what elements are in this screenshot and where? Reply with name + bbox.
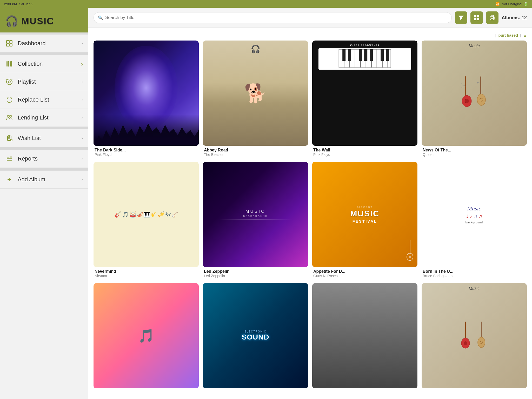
album-art-dark-side [94,41,199,146]
album-title-the-wall: The Wall [313,148,416,152]
status-bar: 2:33 PM Sat Jan 2 📶 Not Charging 🔋 [0,0,532,8]
lending-list-label: Lending List [18,114,77,121]
svg-rect-5 [8,61,9,66]
piano-text: Piano background [350,43,380,46]
album-info-the-wall: The Wall Pink Floyd [312,146,417,158]
svg-point-12 [7,115,9,117]
album-card-news[interactable]: Music [422,41,527,158]
sort-arrow-up[interactable]: ▲ [523,33,527,37]
album-info-row3-3 [312,388,417,391]
album-art-abbey-road: 🐕 🎧 [203,41,308,146]
album-info-dark-side: The Dark Side... Pink Floyd [94,146,199,158]
sidebar-item-lending-list[interactable]: Lending List › [0,109,88,127]
divider-2 [0,127,88,129]
album-card-row3-2[interactable]: ELECTRONIC SOUND [203,283,308,391]
svg-rect-55 [480,76,481,96]
svg-point-62 [409,256,411,258]
svg-line-52 [461,84,465,84]
status-right: 📶 Not Charging 🔋 [495,2,528,6]
album-card-the-wall[interactable]: Piano background [312,41,417,158]
divider-1 [0,52,88,55]
svg-rect-23 [10,156,12,158]
svg-line-59 [477,84,480,84]
svg-rect-48 [386,49,389,61]
wifi-icon: 📶 [495,2,500,6]
battery-label: Not Charging [502,2,522,6]
svg-point-51 [465,99,469,103]
battery-icon: 🔋 [524,2,528,6]
svg-rect-1 [10,41,12,43]
add-album-chevron: › [82,177,83,182]
main-content: 🔍 Albums: [88,8,532,399]
album-art-row3-3 [312,283,417,388]
sort-active-label[interactable]: purchased [498,33,518,37]
album-card-abbey-road[interactable]: 🐕 🎧 Abbey Road The Beatles [203,41,308,158]
svg-rect-24 [474,15,476,17]
reports-chevron: › [82,156,83,161]
svg-rect-47 [381,49,384,61]
album-card-row3-3[interactable] [312,283,417,391]
sidebar-item-wish-list[interactable]: ★ Wish List › [0,129,88,147]
album-artist-dark-side: Pink Floyd [95,152,198,157]
svg-rect-44 [359,49,362,61]
album-info-news: News Of The... Queen [422,146,527,158]
album-card-led-zeppelin[interactable]: MUSIC BACKGROUND Led Zeppelin Led Zeppel… [203,162,308,279]
album-art-born: Music ♩ ♪ ♫ ♬ background [422,162,527,267]
svg-point-13 [10,115,12,117]
collection-label: Collection [18,61,77,67]
svg-rect-63 [465,322,466,340]
lending-list-chevron: › [82,115,83,120]
album-title-born: Born In The U... [423,269,526,274]
album-card-born[interactable]: Music ♩ ♪ ♫ ♬ background Born In The U..… [422,162,527,279]
sidebar-item-playlist[interactable]: Playlist › [0,73,88,91]
reports-label: Reports [18,155,77,162]
search-input[interactable] [105,15,447,20]
album-artist-born: Bruce Springsteen [423,274,526,278]
svg-line-54 [461,87,466,87]
sort-bar: | purchased | ▲ [94,30,527,41]
album-info-abbey-road: Abbey Road The Beatles [203,146,308,158]
album-artist-nevermind: Nirvana [95,274,198,278]
collection-chevron: › [81,61,83,67]
lending-list-icon [5,114,14,122]
sort-prefix: | [495,33,496,37]
album-art-the-wall: Piano background [312,41,417,146]
divider-3 [0,147,88,150]
album-card-nevermind[interactable]: 🎸 🎵 🥁 🎻 🎹 🎷 🎺 🎶 🪕 Nevermind Nirvana [94,162,199,279]
add-album-label: Add Album [18,176,77,183]
sidebar-item-dashboard[interactable]: Dashboard › [0,35,88,52]
svg-rect-66 [481,322,482,339]
grid-view-button[interactable] [470,11,483,24]
filter-button[interactable] [455,11,467,24]
svg-rect-60 [410,240,410,254]
sidebar-item-reports[interactable]: Reports › [0,150,88,168]
svg-rect-26 [474,18,476,20]
sidebar-item-replace-list[interactable]: Replace List › [0,91,88,109]
svg-marker-10 [6,98,8,99]
sidebar-divider-top [0,32,88,35]
dashboard-chevron: › [82,41,83,46]
svg-rect-45 [364,49,367,61]
album-title-led-zeppelin: Led Zeppelin [204,269,307,274]
grid-area: | purchased | ▲ The Dark Side... Pink Fl… [88,28,532,399]
replace-list-icon [5,96,14,104]
app-title: MUSIC [21,16,54,27]
svg-rect-46 [370,49,373,61]
sidebar-item-add-album[interactable]: + Add Album › [0,170,88,189]
dog-icon: 🐕 [244,83,267,104]
album-info-born: Born In The U... Bruce Springsteen [422,267,527,279]
album-card-dark-side[interactable]: The Dark Side... Pink Floyd [94,41,199,158]
dashboard-icon [5,39,14,48]
search-box[interactable]: 🔍 [94,12,452,23]
svg-point-56 [477,94,486,105]
svg-point-31 [493,17,494,18]
sidebar-item-collection[interactable]: Collection › [0,55,88,73]
album-card-row3-4[interactable]: Music [422,283,527,391]
album-art-row3-2: ELECTRONIC SOUND [203,283,308,388]
print-button[interactable] [486,11,498,24]
album-artist-abbey-road: The Beatles [204,152,307,157]
replace-list-chevron: › [82,97,83,102]
album-card-row3-1[interactable]: 🎵 [94,283,199,391]
albums-count: Albums: 12 [502,15,527,21]
album-card-appetite[interactable]: BIGGEST MUSIC FESTIVAL Appetite For D...… [312,162,417,279]
